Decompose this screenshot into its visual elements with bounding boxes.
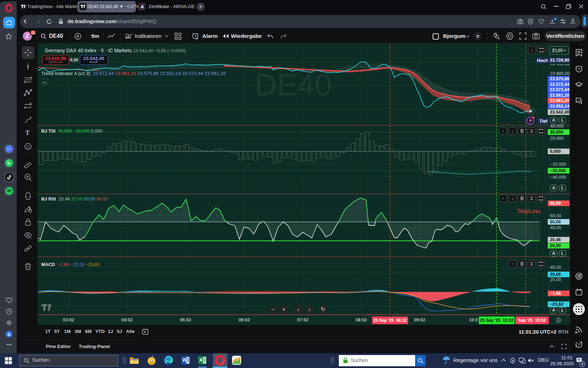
svg-text:?: ? (578, 342, 580, 347)
